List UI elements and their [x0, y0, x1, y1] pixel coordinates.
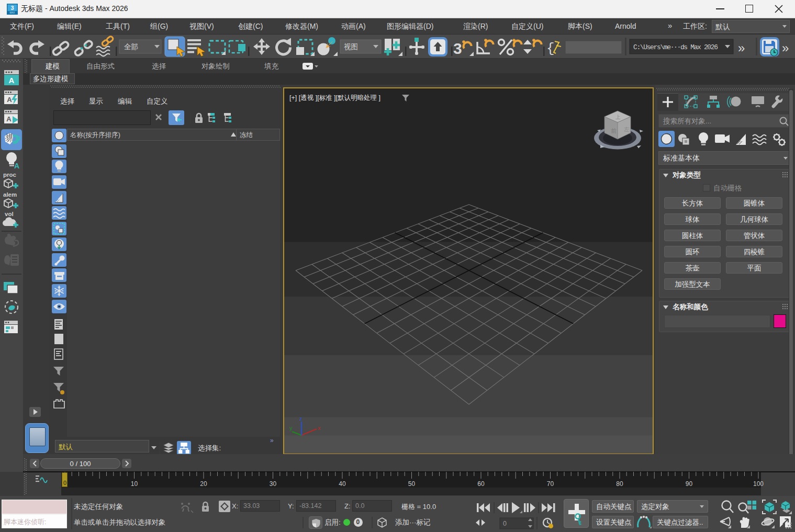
svg-text:70: 70 — [547, 480, 554, 488]
svg-text:40: 40 — [339, 480, 346, 488]
svg-text:上: 上 — [615, 114, 621, 120]
svg-text:0: 0 — [503, 520, 507, 527]
svg-text:100: 100 — [753, 480, 764, 488]
svg-text:80: 80 — [616, 480, 623, 488]
svg-text:90: 90 — [686, 480, 693, 488]
svg-text:20: 20 — [200, 480, 207, 488]
svg-text:y: y — [289, 425, 293, 431]
svg-text:60: 60 — [477, 480, 485, 488]
svg-text:vol: vol — [5, 211, 14, 217]
svg-text:»: » — [738, 41, 745, 55]
svg-text:A: A — [6, 115, 12, 123]
svg-text:左: 左 — [624, 126, 630, 132]
svg-text:50: 50 — [408, 480, 416, 488]
svg-text:10: 10 — [131, 480, 138, 488]
svg-text:A: A — [9, 76, 15, 85]
svg-text:A: A — [7, 96, 12, 104]
svg-text:视图: 视图 — [344, 43, 358, 51]
svg-text:C:\Users\me···ds Max 2026: C:\Users\me···ds Max 2026 — [633, 43, 718, 51]
svg-text:x: x — [318, 425, 321, 431]
svg-text:{: { — [546, 41, 555, 56]
svg-text:alem: alem — [3, 191, 17, 198]
svg-text:30: 30 — [270, 480, 277, 488]
svg-text:3: 3 — [453, 40, 462, 57]
svg-text:MAX: MAX — [10, 12, 15, 14]
svg-text:A: A — [14, 162, 19, 170]
svg-text:z: z — [299, 415, 303, 422]
svg-text:proc: proc — [3, 172, 17, 178]
svg-text:选择集:: 选择集: — [198, 444, 221, 452]
svg-text:3: 3 — [10, 5, 14, 11]
svg-text:»: » — [782, 41, 789, 55]
svg-text:前: 前 — [611, 128, 617, 134]
svg-text:全部: 全部 — [124, 43, 138, 51]
